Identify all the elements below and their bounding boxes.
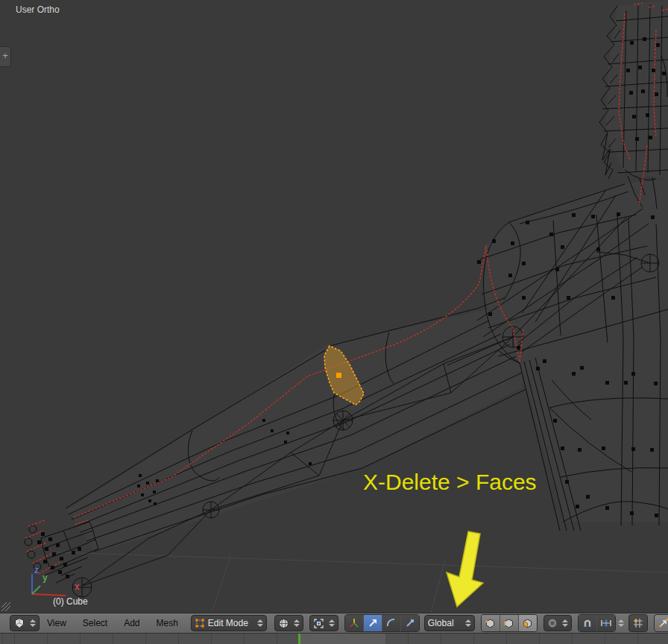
snap-align-icon — [658, 618, 668, 628]
vertex-select-button[interactable] — [482, 615, 500, 631]
viewport-shading-dropdown[interactable] — [274, 615, 303, 631]
viewport-shading-globe-icon — [278, 618, 289, 629]
snap-grid-icon — [633, 618, 643, 628]
snap-increment-icon — [600, 618, 612, 628]
snap-group — [578, 614, 616, 632]
pivot-center-dropdown[interactable] — [309, 615, 338, 631]
proportional-editing-icon — [547, 618, 558, 628]
proportional-chevron — [562, 619, 568, 627]
orientation-chevron — [465, 619, 471, 627]
selected-face-center-dot — [336, 373, 341, 378]
mode-chevron — [257, 619, 263, 627]
manipulator-scale-icon — [405, 618, 415, 628]
face-select-icon — [522, 618, 533, 629]
editor-type-chevron — [30, 619, 36, 627]
annotation-arrow — [447, 531, 483, 607]
manipulator-translate-button[interactable] — [364, 615, 382, 631]
manipulator-rotate-button[interactable] — [382, 615, 401, 631]
manipulator-axes-icon — [349, 618, 359, 628]
manipulator-rotate-icon — [386, 618, 397, 628]
viewport-header: View Select Add Mesh Edit Mode — [0, 613, 668, 633]
annotation-text: X-Delete > Faces — [363, 470, 537, 495]
menu-select[interactable]: Select — [83, 618, 107, 628]
editor-type-button[interactable] — [10, 615, 40, 631]
menu-view[interactable]: View — [47, 618, 66, 628]
axis-y-label: y — [42, 572, 48, 583]
axis-gizmo — [32, 574, 66, 596]
orientation-value: Global — [428, 618, 461, 628]
timeline-highlight-band — [300, 634, 385, 644]
vertex-select-icon — [485, 618, 496, 629]
select-mode-group — [481, 614, 538, 632]
mode-value: Edit Mode — [208, 618, 253, 628]
face-select-button[interactable] — [519, 615, 537, 631]
timeline-strip[interactable] — [0, 633, 668, 644]
menu-mesh[interactable]: Mesh — [157, 618, 178, 628]
proportional-editing-dropdown[interactable] — [543, 615, 572, 631]
mode-dropdown[interactable]: Edit Mode — [191, 615, 267, 631]
menu-add[interactable]: Add — [124, 618, 139, 628]
orientation-dropdown[interactable]: Global — [424, 615, 475, 631]
edge-select-icon — [503, 618, 514, 629]
snap-grid-button[interactable] — [628, 614, 648, 632]
floor-grid — [57, 552, 668, 613]
snap-magnet-icon — [582, 618, 593, 628]
manipulator-translate-icon — [368, 618, 378, 628]
manipulator-group — [344, 614, 420, 632]
snap-align-button[interactable] — [654, 614, 668, 632]
viewport-resize-grip — [1, 602, 10, 611]
manipulator-scale-button[interactable] — [401, 615, 419, 631]
shading-chevron — [294, 619, 300, 627]
axis-x-label: x — [75, 581, 80, 592]
edit-mode-icon — [195, 618, 205, 628]
3d-view-editor-icon — [13, 617, 25, 629]
manipulator-axes-button[interactable] — [345, 615, 364, 631]
axis-z-label: z — [34, 565, 39, 575]
3d-viewport[interactable]: User Ortho (0) Cube X-Delete > Faces + z… — [0, 0, 668, 613]
current-frame-marker[interactable] — [298, 634, 300, 644]
pivot-chevron — [329, 619, 335, 627]
viewport-wireframe — [0, 0, 668, 613]
snap-magnet-button[interactable] — [579, 615, 597, 631]
blender-window: User Ortho (0) Cube X-Delete > Faces + z… — [0, 0, 668, 644]
pivot-center-icon — [313, 618, 324, 629]
snap-increment-button[interactable] — [597, 615, 615, 631]
region-expand-tab[interactable]: + — [0, 46, 11, 67]
snap-element-chevron[interactable] — [618, 619, 624, 627]
edge-select-button[interactable] — [500, 615, 519, 631]
